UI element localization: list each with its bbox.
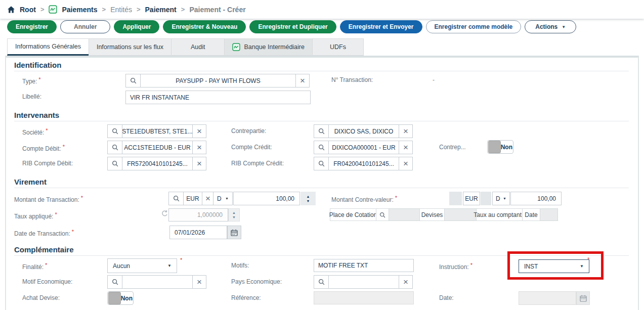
clear-icon[interactable]: × <box>192 124 206 138</box>
date-label: Date: <box>439 294 454 301</box>
societe-label: Société:* <box>22 127 48 136</box>
place-cotation-label: Place de Cotation <box>330 208 376 221</box>
apply-button[interactable]: Appliquer <box>114 20 159 33</box>
contrepartie-lookup: DIXICO SAS, DIXICO × <box>314 124 413 138</box>
rib-credit-input[interactable]: FR04200410101245... <box>328 157 399 170</box>
required-asterisk: * <box>55 211 57 217</box>
search-icon[interactable] <box>107 124 122 138</box>
taux-input: 1,000000 <box>168 208 228 222</box>
date-cotation-value <box>540 208 558 221</box>
breadcrumb-paiement[interactable]: Paiement <box>145 6 177 14</box>
compte-credit-input[interactable]: DIXICOA000001 - EUR <box>328 141 399 154</box>
clear-icon[interactable]: × <box>399 141 413 154</box>
tab-bar: Informations Générales Informations sur … <box>7 38 364 56</box>
compte-debit-input[interactable]: ACC1STE1EDUB - EUR <box>122 141 193 154</box>
clear-icon[interactable]: × <box>192 141 206 154</box>
tab-udfs[interactable]: UDFs <box>312 38 364 56</box>
devise-lookup: EUR × <box>168 192 214 205</box>
compte-debit-label: Compte Débit:* <box>22 144 65 152</box>
date-cotation-label: Date <box>522 208 540 221</box>
required-asterisk: * <box>38 76 40 82</box>
clear-icon[interactable]: × <box>192 275 206 289</box>
clear-icon[interactable]: × <box>295 74 310 87</box>
devise-input[interactable]: EUR <box>183 192 202 205</box>
section-divider <box>14 71 629 71</box>
section-title-identification: Identification <box>14 61 61 69</box>
montant-input[interactable]: 100,00 <box>233 192 300 205</box>
clear-icon[interactable]: × <box>399 275 413 289</box>
spinner-down-icon[interactable]: ▼ <box>307 199 310 203</box>
clear-icon[interactable]: × <box>399 157 413 170</box>
save-and-duplicate-button[interactable]: Enregistrer et Dupliquer <box>249 20 336 33</box>
rib-debit-input[interactable]: FR57200410101245... <box>122 157 193 170</box>
achat-devise-label: Achat Devise: <box>22 294 60 301</box>
breadcrumb-root[interactable]: Root <box>20 6 36 14</box>
motif-eco-lookup: × <box>107 275 206 289</box>
montant-stepper[interactable]: ▲ ▼ <box>300 192 316 205</box>
spinner-up-icon[interactable]: ▲ <box>232 211 236 214</box>
spinner-up-icon[interactable]: ▲ <box>307 195 310 198</box>
achat-devise-toggle[interactable]: Non <box>107 291 134 305</box>
chevron-right-icon: > <box>181 6 185 13</box>
taux-stepper[interactable]: ▲ ▼ <box>228 208 240 222</box>
finalite-select[interactable]: Aucun ▼ <box>107 258 177 273</box>
motif-eco-input[interactable] <box>122 275 193 289</box>
taux-label: Taux appliqué:* <box>14 211 57 220</box>
actions-menu-button[interactable]: Actions ▼ <box>525 20 576 33</box>
date-transaction-input[interactable]: 07/01/2026 <box>169 226 227 239</box>
search-icon[interactable] <box>107 157 122 170</box>
search-icon[interactable] <box>314 141 329 154</box>
calendar-icon[interactable] <box>227 226 241 239</box>
required-asterisk: * <box>46 127 48 134</box>
clear-icon[interactable]: × <box>399 124 413 138</box>
compte-credit-lookup: DIXICOA000001 - EUR × <box>314 141 413 154</box>
breadcrumb-entites[interactable]: Entités <box>110 6 132 14</box>
toggle-knob <box>488 141 501 153</box>
tab-informations-generales[interactable]: Informations Générales <box>7 38 89 56</box>
search-icon[interactable] <box>376 208 389 221</box>
type-lookup: PAYSUPP - PAY WITH FLOWS × <box>125 74 310 87</box>
pays-eco-input[interactable] <box>328 275 399 289</box>
societe-input[interactable]: STE1EDUBTEST, STE1... <box>122 124 193 138</box>
clear-icon[interactable]: × <box>202 192 214 205</box>
motifs-input[interactable]: MOTIF FREE TXT <box>314 259 414 272</box>
contrepartie-input[interactable]: DIXICO SAS, DIXICO <box>328 124 399 138</box>
tab-audit[interactable]: Audit <box>171 38 225 56</box>
save-and-send-button[interactable]: Enregistrer et Envoyer <box>340 20 422 33</box>
banque-module-icon <box>232 43 240 51</box>
clear-icon[interactable]: × <box>192 157 206 170</box>
taux-comptant-label: Taux au comptant : <box>476 208 523 221</box>
actions-menu-label: Actions <box>535 23 557 30</box>
toggle-label: Non <box>121 295 133 302</box>
section-title-virement: Virement <box>14 178 47 186</box>
debit-credit-select[interactable]: D ▼ <box>213 192 233 205</box>
breadcrumb-paiements[interactable]: Paiements <box>62 6 97 14</box>
cv-debit-credit-select[interactable]: D ▼ <box>492 192 510 205</box>
cancel-button[interactable]: Annuler <box>60 20 110 33</box>
spinner-down-icon[interactable]: ▼ <box>232 215 236 219</box>
search-icon[interactable] <box>168 192 184 205</box>
search-icon[interactable] <box>314 124 329 138</box>
search-icon[interactable] <box>107 275 122 289</box>
home-icon[interactable] <box>7 6 15 14</box>
search-icon[interactable] <box>125 74 141 87</box>
chevron-down-icon: ▼ <box>562 25 566 29</box>
type-input[interactable]: PAYSUPP - PAY WITH FLOWS <box>140 74 296 87</box>
save-and-new-button[interactable]: Enregistrer & Nouveau <box>163 20 246 33</box>
save-button[interactable]: Enregistrer <box>7 20 57 33</box>
search-icon[interactable] <box>314 275 329 289</box>
place-cotation-value <box>389 208 420 221</box>
chevron-right-icon: > <box>137 6 141 13</box>
libelle-input[interactable]: VIR FR INSTANTANE <box>125 91 311 104</box>
cotation-strip: Place de Cotation Devises Taux au compta… <box>330 208 558 221</box>
tab-informations-flux[interactable]: Informations sur les flux <box>89 38 171 56</box>
save-as-template-button[interactable]: Enregistrer comme modèle <box>426 20 522 33</box>
cv-montant-input[interactable]: 100,00 <box>510 192 562 205</box>
required-asterisk: * <box>395 195 397 201</box>
search-icon[interactable] <box>107 141 122 154</box>
contrep-toggle[interactable]: Non <box>487 140 513 154</box>
refresh-icon[interactable] <box>161 210 168 219</box>
search-icon[interactable] <box>314 157 329 170</box>
tab-banque-intermediaire[interactable]: Banque Intermédiaire <box>224 38 313 56</box>
type-label: Type:* <box>22 76 41 85</box>
